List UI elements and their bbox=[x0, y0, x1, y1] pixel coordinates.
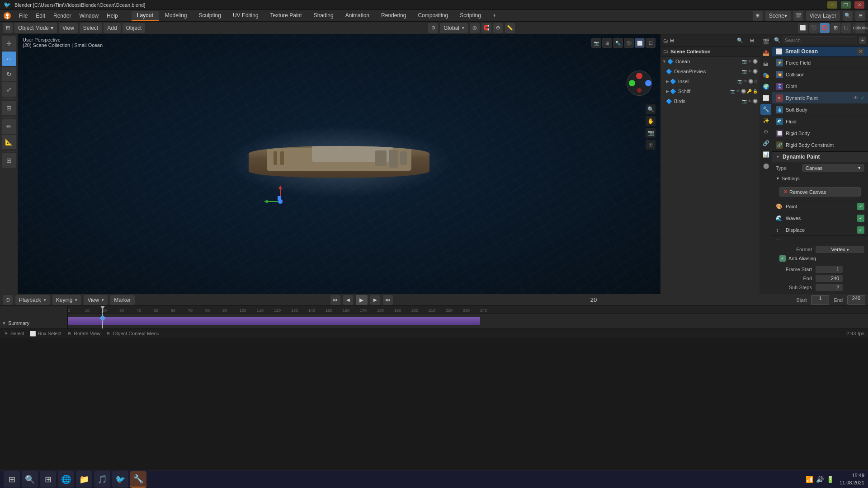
playback-menu[interactable]: Playback bbox=[15, 295, 50, 305]
transform-tool[interactable]: ⊞ bbox=[2, 101, 16, 115]
tab-texture-paint[interactable]: Texture Paint bbox=[265, 11, 307, 21]
prev-frame-btn[interactable]: ◀ bbox=[343, 295, 353, 305]
viewport-render-btn[interactable]: 🔦 bbox=[613, 38, 623, 48]
overlay-icon[interactable]: ⊞ bbox=[830, 23, 840, 33]
zoom-in-icon[interactable]: 🔍 bbox=[646, 104, 656, 114]
start-frame-input[interactable]: 1 bbox=[811, 295, 829, 305]
tab-rendering[interactable]: Rendering bbox=[376, 11, 411, 21]
options-btn[interactable]: options bbox=[855, 23, 865, 33]
play-button[interactable]: ▶ bbox=[356, 295, 368, 305]
add-workspace-button[interactable]: + bbox=[487, 11, 501, 21]
menu-window[interactable]: Window bbox=[75, 11, 102, 21]
layer-waves[interactable]: 🌊 Waves ✓ bbox=[772, 212, 868, 224]
taskbar-clock[interactable]: 15:49 11.08.2021 bbox=[840, 472, 864, 486]
remove-active-btn[interactable]: ✕ bbox=[857, 48, 864, 55]
ocean-ops-1[interactable]: 📷 bbox=[742, 59, 747, 64]
scale-tool[interactable]: ⤢ bbox=[2, 82, 16, 97]
sub-steps-input[interactable]: 2 bbox=[816, 284, 843, 291]
tab-uv-editing[interactable]: UV Editing bbox=[227, 11, 264, 21]
filter-icon[interactable]: ⊟ bbox=[855, 11, 865, 21]
schiff-ops-3[interactable]: 🔘 bbox=[741, 89, 746, 94]
layer-paint-check[interactable]: ✓ bbox=[857, 203, 864, 210]
birds-ops-2[interactable]: 👁 bbox=[748, 99, 752, 103]
modifier-soft-body[interactable]: 💧 Soft Body bbox=[772, 104, 868, 116]
end-frame-input[interactable]: 240 bbox=[847, 295, 865, 305]
viewport-shading-render[interactable]: ⭕ bbox=[820, 23, 830, 33]
add-tool[interactable]: ⊞ bbox=[2, 153, 16, 168]
jump-to-end-btn[interactable]: ⏭ bbox=[383, 295, 393, 305]
nav-circle[interactable] bbox=[627, 70, 652, 96]
outliner-filter-btn[interactable]: ⊟ bbox=[747, 36, 757, 46]
oceanpreview-ops-1[interactable]: 📷 bbox=[742, 69, 747, 74]
frame-start-input[interactable]: 1 bbox=[816, 266, 843, 273]
close-button[interactable]: ✕ bbox=[854, 1, 864, 9]
prop-tab-scene[interactable]: 🎭 bbox=[760, 70, 771, 81]
outliner-item-schiff[interactable]: ▶ 🔷 Schiff 📷 👁 🔘 🔑 🔒 bbox=[660, 86, 760, 96]
measure-tool[interactable]: 📐 bbox=[2, 135, 16, 149]
prop-tab-output[interactable]: 📤 bbox=[760, 47, 771, 58]
prop-tab-render[interactable]: 🎬 bbox=[760, 36, 771, 47]
move-tool[interactable]: ↔ bbox=[2, 52, 16, 66]
frame-end-input[interactable]: 240 bbox=[816, 275, 843, 282]
insel-ops-4[interactable]: ⚙ bbox=[754, 79, 758, 84]
schiff-ops-5[interactable]: 🔒 bbox=[753, 89, 758, 94]
modifier-rigid-body[interactable]: ⬜ Rigid Body bbox=[772, 127, 868, 139]
menu-file[interactable]: File bbox=[15, 11, 31, 21]
layer-displace-check[interactable]: ✓ bbox=[857, 226, 864, 234]
remove-canvas-button[interactable]: ✕ Remove Canvas bbox=[779, 187, 861, 197]
insel-ops-1[interactable]: 📷 bbox=[737, 79, 742, 84]
orientation-selector[interactable]: Global bbox=[440, 23, 468, 33]
viewport-cameras-btn[interactable]: 📷 bbox=[591, 38, 601, 48]
view-menu-tl[interactable]: View bbox=[84, 295, 108, 305]
menu-edit[interactable]: Edit bbox=[32, 11, 49, 21]
oceanpreview-ops-3[interactable]: 🔘 bbox=[753, 69, 758, 74]
keying-menu[interactable]: Keying bbox=[52, 295, 81, 305]
schiff-ops-1[interactable]: 📷 bbox=[730, 89, 735, 94]
modifier-force-field[interactable]: ⚡ Force Field bbox=[772, 57, 868, 69]
minimize-button[interactable]: ─ bbox=[827, 1, 837, 9]
tab-shading[interactable]: Shading bbox=[308, 11, 339, 21]
layer-paint[interactable]: 🎨 Paint ✓ bbox=[772, 201, 868, 212]
outliner-search-icon[interactable]: 🔍 bbox=[735, 36, 745, 46]
modifier-rigid-body-constraint[interactable]: 🔗 Rigid Body Constraint bbox=[772, 139, 868, 151]
taskbar-app2[interactable]: 🐦 bbox=[112, 471, 128, 488]
object-mode-selector[interactable]: Object Mode ▾ bbox=[14, 23, 57, 33]
file-explorer[interactable]: 📁 bbox=[76, 471, 92, 488]
timeline-tracks[interactable]: 0 10 20 30 40 50 60 70 80 90 100 110 120… bbox=[68, 306, 868, 328]
viewport-shading-solid[interactable]: ⬜ bbox=[798, 23, 808, 33]
viewport-wireframe-btn[interactable]: ☐ bbox=[646, 38, 656, 48]
dynamic-paint-eye[interactable]: 👁 bbox=[854, 95, 858, 100]
birds-ops-1[interactable]: 📷 bbox=[742, 99, 747, 103]
transform-icon[interactable]: ⊕ bbox=[493, 23, 503, 33]
timeline-type-icon[interactable]: ⏱ bbox=[3, 295, 13, 305]
prop-tab-view-layer[interactable]: 🏔 bbox=[760, 59, 771, 70]
schiff-ops-4[interactable]: 🔑 bbox=[747, 89, 752, 94]
modifier-cloth[interactable]: 🧵 Cloth bbox=[772, 80, 868, 92]
birds-ops-3[interactable]: 🔘 bbox=[753, 99, 758, 103]
tab-sculpting[interactable]: Sculpting bbox=[193, 11, 226, 21]
viewport-shading-material[interactable]: ⚫ bbox=[809, 23, 819, 33]
prop-tab-physics[interactable]: ⚙ bbox=[760, 127, 771, 137]
add-menu[interactable]: Add bbox=[104, 23, 120, 33]
ocean-ops-2[interactable]: 👁 bbox=[748, 59, 752, 64]
outliner-item-insel[interactable]: ▶ 🔷 Insel 📷 👁 🔘 ⚙ bbox=[660, 76, 760, 86]
ruler-icon[interactable]: 📏 bbox=[505, 23, 515, 33]
dynamic-paint-check[interactable]: ✓ bbox=[861, 95, 864, 100]
render-engine-icon[interactable]: 🎬 bbox=[793, 11, 803, 21]
taskbar-app1[interactable]: 🎵 bbox=[94, 471, 110, 488]
scene-selector-icon[interactable]: ⊞ bbox=[753, 11, 763, 21]
taskview-button[interactable]: ⊞ bbox=[40, 471, 56, 488]
layer-displace[interactable]: ↕ Displace ✓ bbox=[772, 224, 868, 236]
edge-browser[interactable]: 🌐 bbox=[58, 471, 74, 488]
annotate-tool[interactable]: ✏ bbox=[2, 119, 16, 134]
search-button[interactable]: 🔍 bbox=[22, 471, 38, 488]
view-menu[interactable]: View bbox=[59, 23, 78, 33]
view-layer-btn[interactable]: View Layer bbox=[806, 11, 840, 21]
track-area[interactable] bbox=[68, 314, 868, 328]
xray-icon[interactable]: ☐ bbox=[841, 23, 851, 33]
modifier-dynamic-paint[interactable]: ✕ Dynamic Paint 👁 ✓ bbox=[772, 92, 868, 104]
select-menu[interactable]: Select bbox=[80, 23, 102, 33]
viewport-solid-btn[interactable]: ⬜ bbox=[635, 38, 645, 48]
menu-render[interactable]: Render bbox=[50, 11, 75, 21]
pan-icon[interactable]: ✋ bbox=[646, 116, 656, 126]
